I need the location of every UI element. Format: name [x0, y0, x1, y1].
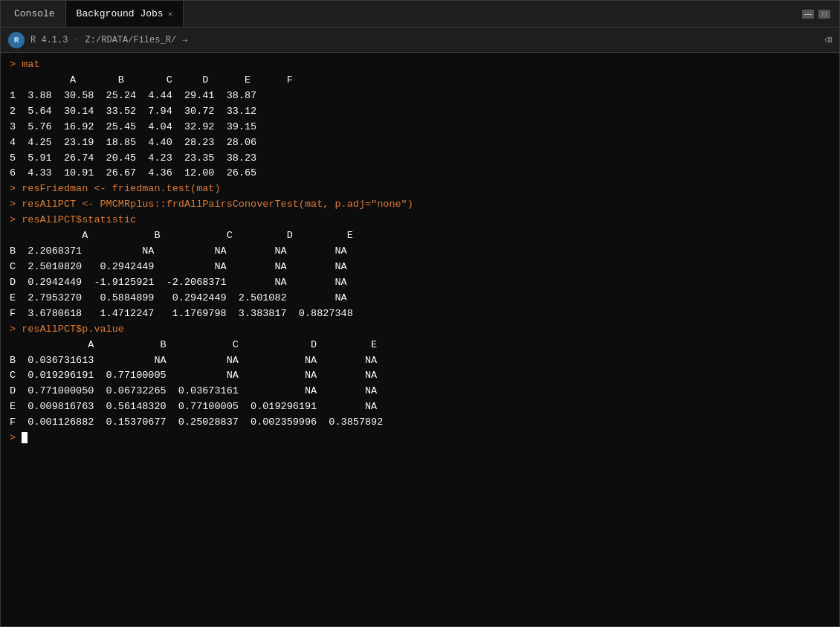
output-pval-F: F 0.001126882 0.15370677 0.25028837 0.00…	[10, 417, 383, 428]
maximize-button[interactable]: □	[818, 10, 830, 19]
window-controls: — □	[802, 10, 836, 19]
cmd-pvalue: resAllPCT$p.value	[22, 324, 124, 335]
minimize-button[interactable]: —	[802, 10, 814, 19]
cmd-mat: mat	[22, 59, 39, 70]
console-text: > mat A B C D E F 1 3.88 30.58 25.24 4.4…	[10, 57, 830, 446]
toolbar-separator: ·	[74, 35, 79, 45]
main-window: Console Background Jobs ✕ — □ R R 4.1.3 …	[0, 0, 840, 627]
toolbar: R R 4.1.3 · Z:/RDATA/Files_R/ ⇢ ⌫	[1, 28, 839, 53]
tab-bar: Console Background Jobs ✕ — □	[1, 1, 839, 28]
tab-console-label: Console	[14, 8, 55, 19]
output-row-5: 5 5.91 26.74 20.45 4.23 23.35 38.23	[10, 152, 256, 164]
prompt-final: >	[10, 432, 22, 443]
prompt-5: >	[10, 324, 22, 335]
working-dir-text[interactable]: Z:/RDATA/Files_R/	[85, 35, 176, 45]
tab-background-jobs-label: Background Jobs	[77, 8, 164, 19]
close-tab-icon[interactable]: ✕	[168, 9, 173, 19]
prompt-1: >	[10, 59, 22, 70]
output-row-3: 3 5.76 16.92 25.45 4.04 32.92 39.15	[10, 121, 256, 132]
prompt-3: >	[10, 199, 22, 210]
tab-console[interactable]: Console	[4, 1, 66, 27]
output-mat-header: A B C D E F	[10, 74, 293, 86]
output-stat-C: C 2.5010820 0.2942449 NA NA NA	[10, 261, 347, 272]
cmd-statistic: resAllPCT$statistic	[22, 214, 136, 225]
output-stat-E: E 2.7953270 0.5884899 0.2942449 2.501082…	[10, 292, 347, 303]
output-row-2: 2 5.64 30.14 33.52 7.94 30.72 33.12	[10, 106, 256, 117]
output-pval-B: B 0.036731613 NA NA NA NA	[10, 355, 377, 366]
output-pval-C: C 0.019296191 0.77100005 NA NA NA	[10, 370, 377, 381]
toolbar-left: R R 4.1.3 · Z:/RDATA/Files_R/ ⇢	[8, 32, 188, 48]
toolbar-right: ⌫	[824, 33, 832, 48]
r-logo-icon: R	[8, 32, 25, 48]
r-version-text: R 4.1.3	[30, 35, 68, 45]
cmd-resallpct: resAllPCT <- PMCMRplus::frdAllPairsConov…	[22, 199, 413, 210]
output-pval-E: E 0.009816763 0.56148320 0.77100005 0.01…	[10, 401, 377, 412]
cmd-friedman: resFriedman <- friedman.test(mat)	[22, 183, 220, 194]
output-pval-D: D 0.771000050 0.06732265 0.03673161 NA N…	[10, 385, 377, 396]
prompt-2: >	[10, 183, 22, 194]
output-row-4: 4 4.25 23.19 18.85 4.40 28.23 28.06	[10, 137, 256, 148]
clear-console-icon[interactable]: ⌫	[824, 33, 832, 48]
output-stat-B: B 2.2068371 NA NA NA NA	[10, 245, 347, 257]
output-stat-F: F 3.6780618 1.4712247 1.1769798 3.383817…	[10, 308, 353, 319]
console-output[interactable]: > mat A B C D E F 1 3.88 30.58 25.24 4.4…	[1, 53, 839, 626]
dir-arrow-icon[interactable]: ⇢	[182, 34, 188, 46]
prompt-4: >	[10, 214, 22, 225]
tab-background-jobs[interactable]: Background Jobs ✕	[66, 1, 184, 27]
output-pval-header: A B C D E	[10, 339, 377, 350]
output-stat-D: D 0.2942449 -1.9125921 -2.2068371 NA NA	[10, 277, 347, 288]
output-row-1: 1 3.88 30.58 25.24 4.44 29.41 38.87	[10, 90, 256, 101]
tab-bar-left: Console Background Jobs ✕	[4, 1, 184, 27]
output-stat-header: A B C D E	[10, 230, 353, 241]
output-row-6: 6 4.33 10.91 26.67 4.36 12.00 26.65	[10, 167, 256, 179]
cursor	[22, 432, 28, 443]
